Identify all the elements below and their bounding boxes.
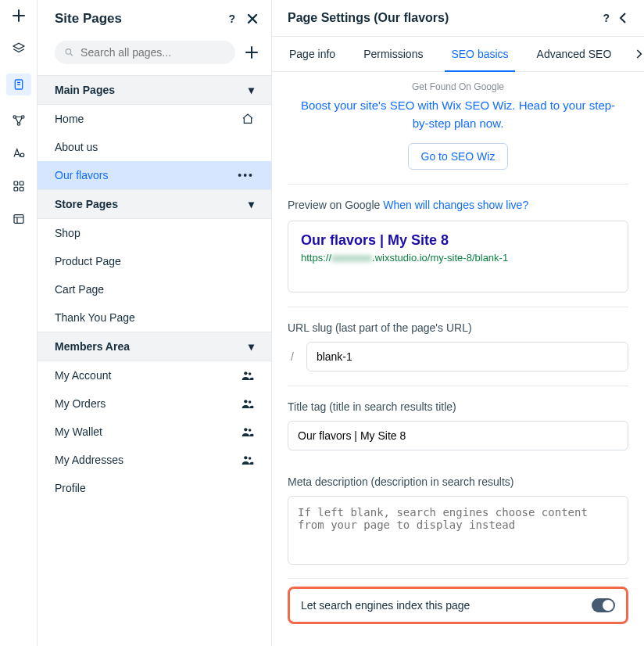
svg-point-10 [66, 49, 71, 55]
page-item-thankyou[interactable]: Thank You Page [38, 303, 271, 332]
page-item-profile[interactable]: Profile [38, 474, 271, 502]
page-item-my-wallet[interactable]: My Wallet [38, 418, 271, 446]
title-tag-input[interactable] [288, 421, 628, 450]
pages-icon[interactable] [6, 74, 31, 95]
tab-page-info[interactable]: Page info [275, 37, 349, 71]
svg-point-11 [244, 371, 247, 375]
page-item-my-addresses[interactable]: My Addresses [38, 446, 271, 474]
tab-advanced-seo[interactable]: Advanced SEO [523, 37, 626, 71]
svg-point-17 [244, 456, 247, 459]
serp-url: https://xxxxxxxx.wixstudio.io/my-site-8/… [301, 252, 615, 264]
changes-live-link[interactable]: When will changes show live? [383, 199, 528, 211]
add-page-button[interactable] [245, 45, 259, 59]
apps-icon[interactable] [11, 178, 27, 194]
back-icon[interactable] [619, 13, 628, 23]
slug-slash: / [288, 350, 297, 363]
title-tag-label: Title tag (title in search results title… [288, 400, 628, 413]
tabs-scroll-right[interactable] [625, 41, 644, 67]
tool-rail [0, 0, 38, 646]
pages-search[interactable] [55, 41, 235, 64]
svg-point-12 [249, 372, 251, 375]
page-item-our-flavors[interactable]: Our flavors ••• [38, 161, 271, 189]
serp-title: Our flavors | My Site 8 [301, 232, 615, 249]
tab-seo-basics[interactable]: SEO basics [437, 37, 522, 71]
section-main-pages[interactable]: Main Pages ▾ [38, 75, 271, 105]
svg-rect-6 [20, 181, 23, 185]
svg-rect-7 [14, 187, 18, 191]
page-item-shop[interactable]: Shop [38, 219, 271, 247]
connections-icon[interactable] [11, 113, 27, 128]
members-icon [242, 398, 254, 409]
page-item-about[interactable]: About us [38, 133, 271, 161]
svg-point-14 [249, 400, 251, 403]
index-toggle[interactable] [592, 598, 615, 612]
go-to-seo-wiz-button[interactable]: Go to SEO Wiz [408, 143, 509, 170]
cms-icon[interactable] [11, 211, 27, 227]
serp-preview: Our flavors | My Site 8 https://xxxxxxxx… [288, 221, 628, 292]
index-toggle-label: Let search engines index this page [301, 599, 470, 612]
promo-kicker: Get Found On Google [288, 81, 628, 92]
chevron-down-icon: ▾ [249, 84, 254, 96]
page-item-product[interactable]: Product Page [38, 247, 271, 275]
more-icon[interactable]: ••• [238, 169, 254, 181]
site-pages-panel: Site Pages ? Main Pages ▾ Home [38, 0, 272, 646]
svg-rect-8 [20, 187, 23, 191]
search-input[interactable] [74, 45, 226, 59]
settings-tabs: Page info Permissions SEO basics Advance… [272, 36, 644, 72]
help-icon[interactable]: ? [228, 13, 235, 25]
svg-rect-5 [14, 181, 18, 185]
svg-point-13 [244, 400, 247, 403]
help-icon[interactable]: ? [603, 12, 610, 24]
index-toggle-row: Let search engines index this page [288, 587, 628, 624]
slug-input[interactable] [306, 342, 628, 371]
svg-point-18 [249, 457, 251, 459]
promo-text: Boost your site's SEO with Wix SEO Wiz. … [295, 97, 621, 132]
members-icon [242, 426, 254, 437]
members-icon [242, 454, 254, 465]
preview-label: Preview on Google [288, 199, 380, 211]
page-item-my-orders[interactable]: My Orders [38, 389, 271, 418]
meta-label: Meta description (description in search … [288, 476, 628, 488]
close-icon[interactable] [246, 13, 259, 25]
add-icon[interactable] [11, 8, 27, 23]
chevron-down-icon: ▾ [249, 198, 254, 210]
home-icon [242, 113, 254, 125]
tab-permissions[interactable]: Permissions [349, 37, 437, 71]
meta-description-input[interactable] [288, 496, 628, 565]
section-members-area[interactable]: Members Area ▾ [38, 332, 271, 361]
page-item-home[interactable]: Home [38, 105, 271, 133]
svg-point-16 [249, 429, 251, 431]
page-item-my-account[interactable]: My Account [38, 361, 271, 389]
page-item-cart[interactable]: Cart Page [38, 275, 271, 303]
page-settings-panel: Page Settings (Our flavors) ? Page info … [272, 0, 644, 646]
layers-icon[interactable] [11, 41, 27, 56]
site-pages-title: Site Pages [55, 11, 122, 27]
svg-rect-9 [14, 215, 23, 224]
svg-point-3 [17, 123, 20, 125]
svg-point-15 [244, 428, 247, 431]
section-store-pages[interactable]: Store Pages ▾ [38, 189, 271, 219]
slug-label: URL slug (last part of the page's URL) [288, 321, 628, 334]
chevron-down-icon: ▾ [249, 340, 254, 353]
settings-title: Page Settings (Our flavors) [288, 11, 449, 25]
typography-icon[interactable] [11, 145, 27, 161]
svg-point-4 [20, 153, 24, 157]
members-icon [242, 370, 254, 381]
